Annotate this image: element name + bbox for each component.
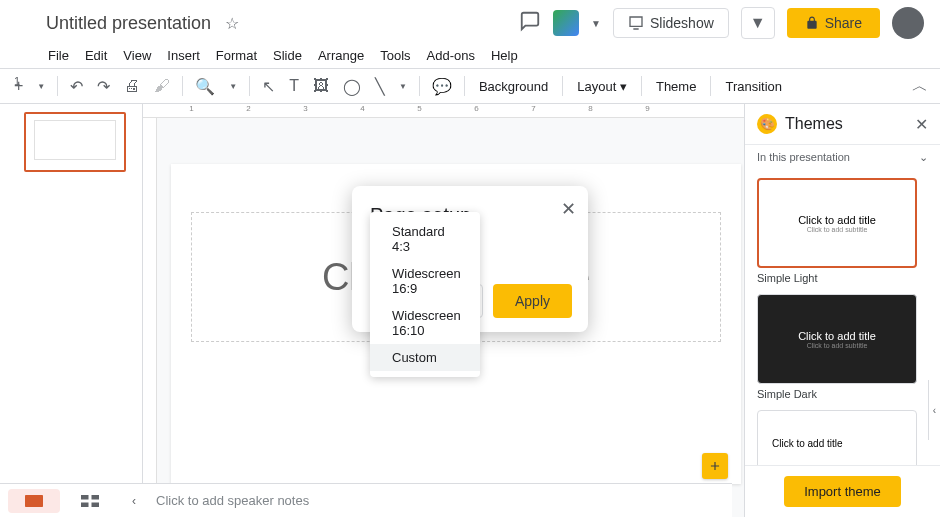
dialog-close-icon[interactable]: ✕ <box>561 198 576 220</box>
dropdown-item-widescreen-1610[interactable]: Widescreen 16:10 <box>370 302 480 344</box>
dropdown-item-widescreen-169[interactable]: Widescreen 16:9 <box>370 260 480 302</box>
page-size-dropdown: Standard 4:3 Widescreen 16:9 Widescreen … <box>370 212 480 377</box>
dropdown-item-custom[interactable]: Custom <box>370 344 480 371</box>
dropdown-item-standard[interactable]: Standard 4:3 <box>370 218 480 260</box>
apply-button[interactable]: Apply <box>493 284 572 318</box>
